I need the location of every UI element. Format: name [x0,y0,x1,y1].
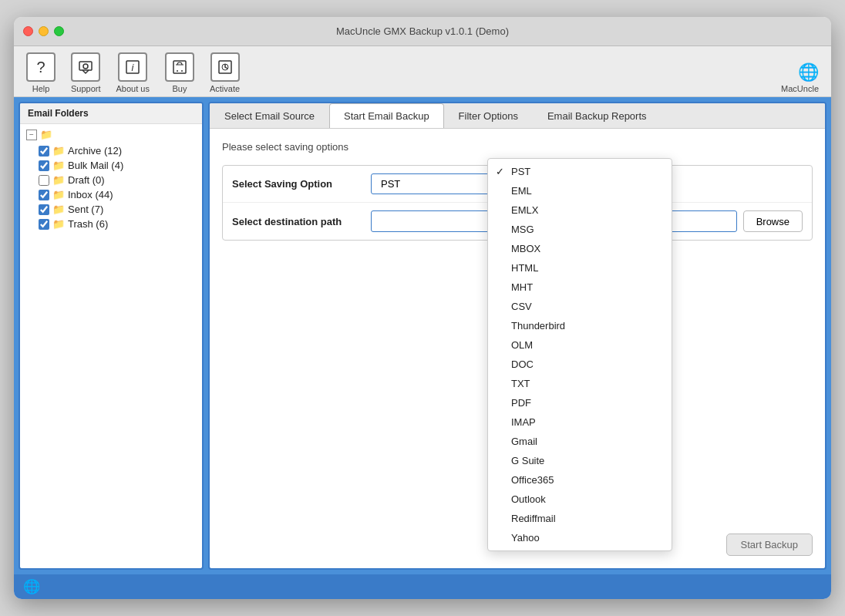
support-label: Support [71,84,101,93]
dropdown-item-txt[interactable]: TXT [488,374,672,393]
svg-point-6 [181,70,183,72]
tab-filter-options[interactable]: Filter Options [444,103,533,128]
minimize-button[interactable] [39,26,49,36]
folder-tree: − 📁 📁 Archive (12) 📁 Bulk Mail (4) 📁 Dr [20,124,202,568]
left-panel: Email Folders − 📁 📁 Archive (12) 📁 Bulk … [19,102,204,570]
activate-icon [210,52,240,82]
folder-checkbox-inbox[interactable] [39,190,49,200]
folder-panel-header: Email Folders [20,103,202,124]
root-folder-icon: 📁 [40,129,52,140]
tab-start-email-backup[interactable]: Start Email Backup [329,103,444,128]
tab-bar: Select Email Source Start Email Backup F… [210,103,825,129]
support-button[interactable]: Support [71,52,101,93]
folder-name: Bulk Mail (4) [68,160,123,171]
close-button[interactable] [23,26,33,36]
dropdown-item-gsuite[interactable]: G Suite [488,451,672,470]
dropdown-item-rediffmail[interactable]: Rediffmail [488,509,672,528]
format-dropdown-menu: PST EML EMLX MSG MBOX HTML MHT CSV Thund… [487,158,672,551]
list-item: 📁 Archive (12) [39,143,196,158]
folder-checkbox-trash[interactable] [39,219,49,230]
toolbar-buttons: ? Help Support i About us Buy [26,52,240,93]
about-button[interactable]: i About us [116,52,150,93]
list-item: 📁 Inbox (44) [39,187,196,202]
start-backup-button[interactable]: Start Backup [726,534,813,556]
dropdown-item-mht[interactable]: MHT [488,278,672,297]
dropdown-item-gmail[interactable]: Gmail [488,432,672,451]
buy-label: Buy [172,84,187,93]
dropdown-item-outlook[interactable]: Outlook [488,490,672,509]
buy-icon [165,52,194,82]
folder-icon: 📁 [52,189,65,200]
buy-button[interactable]: Buy [165,52,194,93]
folder-name: Inbox (44) [68,189,113,200]
dropdown-item-emlx[interactable]: EMLX [488,200,672,220]
subtitle: Please select saving options [222,141,813,153]
dropdown-item-eml[interactable]: EML [488,181,672,200]
folder-checkbox-sent[interactable] [39,204,49,215]
svg-text:i: i [132,62,135,73]
dropdown-item-pst[interactable]: PST [488,162,672,181]
destination-label: Select destination path [232,216,371,227]
help-button[interactable]: ? Help [26,52,56,93]
dropdown-item-office365[interactable]: Office365 [488,470,672,490]
folder-name: Archive (12) [68,145,122,157]
list-item: 📁 Bulk Mail (4) [39,158,196,173]
content-area: Please select saving options Select Savi… [210,129,825,568]
tab-select-email-source[interactable]: Select Email Source [210,103,329,128]
folder-name: Trash (6) [68,218,108,230]
folder-name: Sent (7) [68,204,103,215]
toolbar: ? Help Support i About us Buy [14,46,831,97]
folder-icon: 📁 [52,160,65,171]
dropdown-item-yahoo[interactable]: Yahoo [488,528,672,547]
saving-option-label: Select Saving Option [232,178,371,190]
dropdown-item-doc[interactable]: DOC [488,355,672,374]
dropdown-item-olm[interactable]: OLM [488,335,672,355]
brand-logo: 🌐 [798,62,819,82]
right-panel: Select Email Source Start Email Backup F… [208,102,826,570]
folder-icon: 📁 [52,204,65,215]
activate-button[interactable]: Activate [210,52,240,93]
dropdown-item-mbox[interactable]: MBOX [488,239,672,258]
window-title: MacUncle GMX Backup v1.0.1 (Demo) [336,25,509,37]
window-controls [23,26,64,36]
dropdown-item-thunderbird[interactable]: Thunderbird [488,316,672,335]
bottom-logo: 🌐 [23,578,40,595]
titlebar: MacUncle GMX Backup v1.0.1 (Demo) [14,17,831,46]
bottom-bar: 🌐 [14,574,831,599]
list-item: 📁 Sent (7) [39,202,196,217]
folder-icon: 📁 [52,145,65,157]
dropdown-item-csv[interactable]: CSV [488,297,672,316]
support-icon [71,52,100,82]
about-icon: i [118,52,147,82]
folder-icon: 📁 [52,218,65,230]
dropdown-item-imap[interactable]: IMAP [488,412,672,432]
folder-checkbox-archive[interactable] [39,146,49,157]
folder-root: − 📁 [26,129,196,140]
collapse-button[interactable]: − [26,130,37,140]
svg-point-1 [83,64,88,69]
browse-button[interactable]: Browse [743,210,803,232]
dropdown-item-pdf[interactable]: PDF [488,393,672,412]
main-window: MacUncle GMX Backup v1.0.1 (Demo) ? Help… [14,17,831,599]
maximize-button[interactable] [54,26,64,36]
dropdown-item-msg[interactable]: MSG [488,220,672,239]
brand-area: 🌐 MacUncle [781,62,819,93]
folder-icon: 📁 [52,174,65,186]
list-item: 📁 Draft (0) [39,173,196,187]
about-label: About us [116,84,150,93]
folder-checkbox-draft[interactable] [39,175,49,186]
activate-label: Activate [210,84,240,93]
help-icon: ? [26,52,56,82]
folder-checkbox-bulkmail[interactable] [39,160,49,171]
svg-point-5 [177,70,178,72]
list-item: 📁 Trash (6) [39,217,196,231]
help-label: Help [32,84,50,93]
folder-name: Draft (0) [68,174,105,186]
tab-email-backup-reports[interactable]: Email Backup Reports [533,103,662,128]
brand-name: MacUncle [781,84,819,93]
main-area: Email Folders − 📁 📁 Archive (12) 📁 Bulk … [14,97,831,574]
dropdown-item-html[interactable]: HTML [488,258,672,278]
